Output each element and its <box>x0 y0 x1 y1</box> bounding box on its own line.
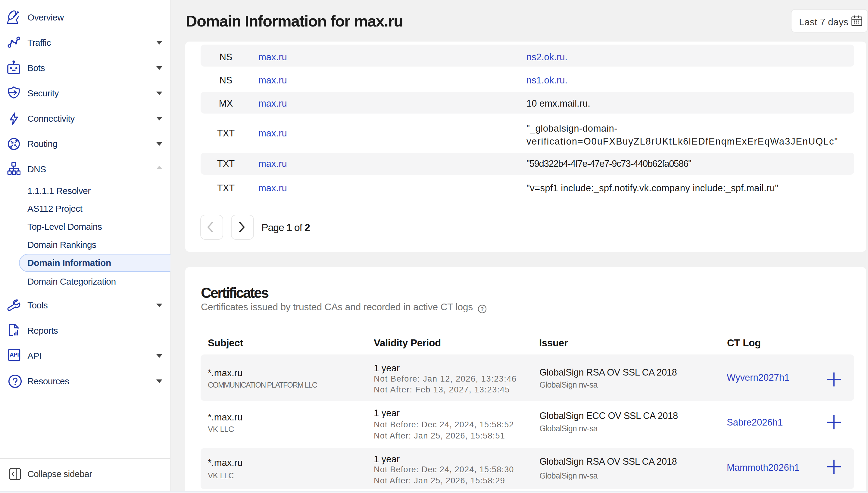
svg-text:API: API <box>9 351 19 358</box>
svg-text:?: ? <box>481 306 484 312</box>
